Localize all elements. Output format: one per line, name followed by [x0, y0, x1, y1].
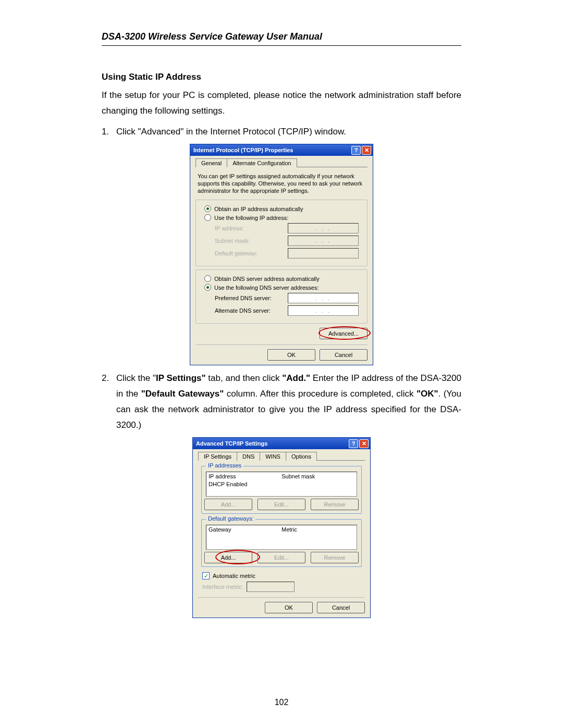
cancel-button[interactable]: Cancel	[320, 349, 368, 361]
step-2-text: Click the "IP Settings" tab, and then cl…	[116, 371, 461, 433]
ok-button[interactable]: OK	[267, 349, 315, 361]
help-icon[interactable]: ?	[349, 439, 358, 448]
col-gateway: Gateway	[209, 526, 282, 533]
default-gateways-group: Default gateways: Gateway Metric Add... …	[201, 519, 362, 567]
automatic-metric-label: Automatic metric	[213, 573, 255, 579]
close-icon[interactable]: ✕	[362, 146, 371, 155]
ip-addresses-list[interactable]: IP address Subnet mask DHCP Enabled	[206, 472, 357, 497]
page-number: 102	[0, 698, 563, 707]
dlg1-title-bar: Internet Protocol (TCP/IP) Properties ? …	[190, 144, 373, 156]
alternate-dns-label: Alternate DNS server:	[215, 307, 288, 314]
gateway-remove-button: Remove	[311, 552, 359, 563]
header-rule	[102, 45, 461, 46]
default-gateway-input	[288, 248, 359, 258]
tcpip-properties-dialog: Internet Protocol (TCP/IP) Properties ? …	[190, 144, 373, 365]
radio-obtain-ip-auto-label: Obtain an IP address automatically	[214, 206, 303, 212]
step-2-text-1: Click the "	[116, 373, 156, 383]
section-heading: Using Static IP Address	[102, 72, 461, 82]
dlg2-title: Advanced TCP/IP Settings	[196, 440, 267, 447]
alternate-dns-input[interactable]: . . .	[288, 305, 359, 316]
alternate-dns-field: Alternate DNS server: . . .	[215, 305, 359, 316]
subnet-mask-field: Subnet mask: . . .	[215, 236, 359, 246]
dlg1-help-text: You can get IP settings assigned automat…	[198, 172, 365, 194]
page-header-title: DSA-3200 Wireless Service Gateway User M…	[102, 31, 461, 42]
tab-dns[interactable]: DNS	[237, 452, 260, 461]
step-2-text-4: column. After this procedure is complete…	[224, 389, 417, 399]
preferred-dns-label: Preferred DNS server:	[215, 295, 288, 301]
ip-address-input: . . .	[288, 223, 359, 233]
ip-address-label: IP address:	[215, 225, 288, 231]
default-gateways-list[interactable]: Gateway Metric	[206, 525, 357, 550]
radio-use-following-ip-label: Use the following IP address:	[214, 215, 288, 221]
step-2-number: 2.	[102, 371, 116, 433]
dlg2-title-bar: Advanced TCP/IP Settings ? ✕	[193, 438, 370, 449]
radio-obtain-dns-auto-label: Obtain DNS server address automatically	[214, 276, 320, 282]
ip-add-button: Add...	[204, 499, 252, 510]
default-gateways-legend: Default gateways:	[206, 515, 255, 522]
default-gateway-field: Default gateway:	[215, 248, 359, 258]
tab-alternate-configuration[interactable]: Alternate Configuration	[227, 158, 297, 167]
gateway-edit-button: Edit...	[258, 552, 305, 563]
ip-address-field: IP address: . . .	[215, 223, 359, 233]
step-2-bold-2: "Add."	[282, 373, 310, 383]
step-2-bold-1: IP Settings"	[156, 373, 206, 383]
step-1-text: Click "Advanced" in the Internet Protoco…	[116, 124, 461, 140]
close-icon[interactable]: ✕	[359, 439, 369, 448]
preferred-dns-field: Preferred DNS server: . . .	[215, 293, 359, 303]
default-gateway-label: Default gateway:	[215, 250, 288, 256]
preferred-dns-input[interactable]: . . .	[288, 293, 359, 303]
help-icon[interactable]: ?	[351, 146, 361, 155]
tab-wins[interactable]: WINS	[260, 452, 286, 461]
col-subnet-mask: Subnet mask	[282, 473, 354, 479]
dlg2-tabs: IP Settings DNS WINS Options	[198, 451, 365, 461]
step-2-bold-4: "OK"	[417, 389, 438, 399]
step-2-text-2: tab, and then click	[206, 373, 283, 383]
automatic-metric-row[interactable]: ✓ Automatic metric	[202, 572, 361, 579]
ip-addresses-group: IP addresses IP address Subnet mask DHCP…	[201, 466, 362, 514]
interface-metric-input	[247, 582, 295, 592]
tab-options[interactable]: Options	[286, 452, 317, 461]
ip-remove-button: Remove	[311, 499, 359, 510]
radio-use-following-dns[interactable]: Use the following DNS server addresses:	[204, 284, 359, 291]
subnet-mask-label: Subnet mask:	[215, 238, 288, 244]
gateway-add-button[interactable]: Add...	[204, 552, 252, 563]
radio-icon-selected	[204, 284, 211, 291]
ip-addresses-row-dhcp: DHCP Enabled	[206, 480, 357, 488]
checkbox-icon-checked: ✓	[202, 572, 210, 579]
radio-icon-selected	[204, 205, 211, 212]
interface-metric-row: Interface metric:	[202, 582, 361, 592]
radio-icon	[204, 214, 211, 221]
intro-paragraph: If the setup for your PC is completed, p…	[102, 88, 461, 119]
ok-button[interactable]: OK	[265, 602, 313, 613]
dlg1-tabs: General Alternate Configuration	[195, 158, 368, 167]
advanced-button[interactable]: Advanced...	[320, 328, 368, 339]
tab-general[interactable]: General	[195, 158, 227, 167]
default-gateways-list-header: Gateway Metric	[206, 525, 357, 534]
step-list: 1. Click "Advanced" in the Internet Prot…	[102, 124, 461, 618]
radio-use-following-dns-label: Use the following DNS server addresses:	[214, 285, 319, 291]
col-metric: Metric	[282, 526, 354, 533]
ip-edit-button: Edit...	[258, 499, 305, 510]
step-2-bold-3: "Default Gateways"	[141, 389, 224, 399]
step-2: 2. Click the "IP Settings" tab, and then…	[102, 371, 461, 433]
interface-metric-label: Interface metric:	[202, 584, 243, 590]
document-page: DSA-3200 Wireless Service Gateway User M…	[0, 0, 563, 728]
ip-addresses-legend: IP addresses	[206, 462, 243, 468]
radio-use-following-ip[interactable]: Use the following IP address:	[204, 214, 359, 221]
subnet-mask-input: . . .	[288, 236, 359, 246]
step-1: 1. Click "Advanced" in the Internet Prot…	[102, 124, 461, 140]
tab-ip-settings[interactable]: IP Settings	[198, 452, 237, 461]
radio-obtain-ip-auto[interactable]: Obtain an IP address automatically	[204, 205, 359, 212]
radio-obtain-dns-auto[interactable]: Obtain DNS server address automatically	[204, 275, 359, 282]
ip-addresses-list-header: IP address Subnet mask	[206, 472, 357, 480]
dlg1-title: Internet Protocol (TCP/IP) Properties	[193, 147, 293, 153]
step-1-number: 1.	[102, 124, 116, 140]
col-ip-address: IP address	[209, 473, 282, 479]
cancel-button[interactable]: Cancel	[317, 602, 365, 613]
advanced-tcpip-settings-dialog: Advanced TCP/IP Settings ? ✕ IP Settings…	[192, 437, 371, 618]
radio-icon	[204, 275, 211, 282]
